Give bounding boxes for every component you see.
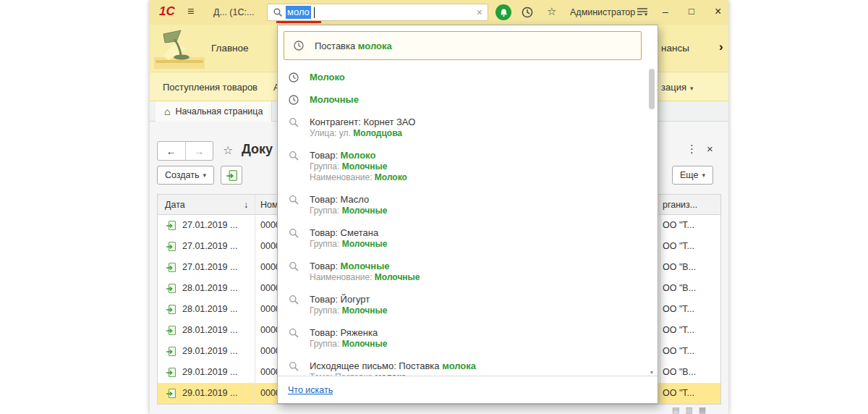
suggestion-text: Поставка молока <box>315 40 392 52</box>
search-icon <box>288 327 299 339</box>
column-organization[interactable]: рганиз... <box>663 200 697 210</box>
view-icon-1[interactable]: ▤ <box>672 405 679 414</box>
search-icon <box>288 117 299 128</box>
more-button[interactable]: Еще ▾ <box>672 166 713 185</box>
menu-item-goods-receipts[interactable]: Поступления товаров <box>163 82 258 93</box>
suggestion-item[interactable]: Товар: МолочныеНаименование: Молочные <box>278 255 658 288</box>
red-underline-annotation <box>276 21 321 23</box>
column-divider <box>660 195 660 404</box>
suggestion-item[interactable]: Товар: СметанаГруппа: Молочные <box>278 221 658 255</box>
search-icon <box>288 150 299 161</box>
cell-organization: ОО "В... <box>663 262 696 272</box>
document-arrow-icon <box>226 169 238 182</box>
cell-organization: ОО "В... <box>663 283 696 293</box>
suggestion-item[interactable]: Молоко <box>278 66 658 88</box>
home-icon: ⌂ <box>164 106 170 117</box>
scrollbar-thumb[interactable] <box>649 69 655 109</box>
1c-logo: 1С <box>159 4 175 19</box>
dropdown-scrollbar[interactable]: ▼ <box>648 64 655 377</box>
notifications-button[interactable] <box>495 4 511 20</box>
suggestion-text: Молочные <box>310 93 359 106</box>
document-icon <box>166 304 176 315</box>
cell-date: 29.01.2019 ... <box>182 346 237 356</box>
search-icon <box>288 360 299 372</box>
close-form-icon[interactable]: × <box>707 143 713 155</box>
document-icon <box>166 241 176 252</box>
chevron-down-icon: ▾ <box>690 85 694 92</box>
cell-date: 28.01.2019 ... <box>182 283 237 293</box>
create-button[interactable]: Создать ▾ <box>157 166 214 185</box>
suggestion-item[interactable]: Товар: МаслоГруппа: Молочные <box>278 188 658 221</box>
current-user[interactable]: Администратор <box>570 7 635 17</box>
cell-date: 28.01.2019 ... <box>182 304 237 314</box>
history-icon <box>288 72 299 83</box>
section-main[interactable]: Главное <box>211 43 249 54</box>
minimize-button[interactable]: – <box>663 6 668 17</box>
tab-home-page[interactable]: ⌂ Начальная страница <box>156 101 272 122</box>
search-icon <box>288 261 299 272</box>
menu-item-organization-partial[interactable]: зация▾ <box>661 82 693 93</box>
load-document-button[interactable] <box>221 166 242 185</box>
view-icon-3[interactable]: ▦ <box>699 405 706 414</box>
suggestion-item[interactable]: Молочные <box>278 88 658 111</box>
main-menu-icon[interactable]: ≡ <box>187 5 194 18</box>
suggestion-item[interactable]: Исходящее письмо: Поставка молокаТема: П… <box>278 355 658 377</box>
suggestion-item-selected[interactable]: Поставка молока <box>284 31 642 60</box>
document-icon <box>166 283 176 294</box>
sections-scroll-icon[interactable]: › <box>719 40 723 54</box>
view-icon-2[interactable]: ▥ <box>685 405 692 414</box>
dropdown-footer: Что искать <box>278 376 658 403</box>
close-button[interactable]: × <box>715 6 721 17</box>
forward-button[interactable]: → <box>185 142 213 160</box>
chevron-down-icon: ▾ <box>203 172 207 179</box>
search-suggestion-list: Поставка молокаМолокоМолочныеКонтрагент:… <box>278 25 658 377</box>
history-icon <box>288 94 299 106</box>
suggestion-text: Товар: МолокоГруппа: МолочныеНаименовани… <box>310 149 407 183</box>
suggestion-item[interactable]: Товар: МолокоГруппа: МолочныеНаименовани… <box>278 144 658 188</box>
kebab-menu-icon[interactable]: ⋮ <box>686 143 697 156</box>
bell-icon <box>499 8 509 17</box>
nav-history-buttons: ← → <box>157 141 213 161</box>
search-icon <box>288 194 299 206</box>
what-to-search-link[interactable]: Что искать <box>288 385 333 395</box>
desktop-background: 1С ≡ Д... (1С:... моло × ☆ Администратор <box>0 0 868 414</box>
cell-date: 29.01.2019 ... <box>182 388 237 398</box>
section-finance-partial[interactable]: нансы <box>661 43 689 54</box>
chevron-down-icon: ▾ <box>702 172 705 179</box>
history-button[interactable] <box>521 6 534 19</box>
history-icon <box>293 40 305 51</box>
cell-organization: ОО "Т... <box>663 220 694 230</box>
sort-desc-icon[interactable]: ↓ <box>244 200 248 210</box>
maximize-button[interactable]: □ <box>689 6 694 17</box>
cell-organization: ОО "Т... <box>663 241 694 251</box>
document-icon <box>166 367 176 378</box>
suggestion-item[interactable]: Товар: РяженкаГруппа: Молочные <box>278 321 658 355</box>
suggestion-item[interactable]: Контрагент: Корнет ЗАОУлица: ул. Молодцо… <box>278 111 658 144</box>
suggestion-text: Исходящее письмо: Поставка молокаТема: П… <box>310 360 476 377</box>
cell-organization: ОО "Т... <box>663 325 694 335</box>
back-button[interactable]: ← <box>158 142 185 160</box>
document-icon <box>166 346 176 357</box>
service-menu-icon[interactable] <box>637 7 648 17</box>
cell-organization: ОО "В... <box>663 367 696 377</box>
column-divider <box>255 195 255 404</box>
clear-search-icon[interactable]: × <box>477 7 482 18</box>
scroll-down-icon[interactable]: ▼ <box>648 368 655 377</box>
cell-date: 27.01.2019 ... <box>182 220 237 230</box>
cell-organization: ОО "Т... <box>663 304 694 314</box>
favorites-button[interactable]: ☆ <box>547 5 556 18</box>
suggestion-text: Товар: МолочныеНаименование: Молочные <box>310 260 420 283</box>
global-search-input[interactable]: моло × <box>267 4 488 21</box>
suggestion-text: Товар: СметанаГруппа: Молочные <box>310 227 387 250</box>
add-to-favorites-icon[interactable]: ☆ <box>223 143 233 157</box>
search-suggestions-dropdown: Поставка молокаМолокоМолочныеКонтрагент:… <box>277 25 658 404</box>
suggestion-item[interactable]: Товар: ЙогуртГруппа: Молочные <box>278 288 658 321</box>
suggestion-text: Молоко <box>310 71 345 83</box>
titlebar: 1С ≡ Д... (1С:... моло × ☆ Администратор <box>150 0 728 25</box>
document-icon <box>166 325 176 336</box>
column-date[interactable]: Дата <box>165 200 185 210</box>
document-icon <box>166 388 176 399</box>
cell-date: 27.01.2019 ... <box>182 241 237 251</box>
column-number[interactable]: Ном <box>260 200 278 210</box>
cell-date: 27.01.2019 ... <box>182 262 237 272</box>
